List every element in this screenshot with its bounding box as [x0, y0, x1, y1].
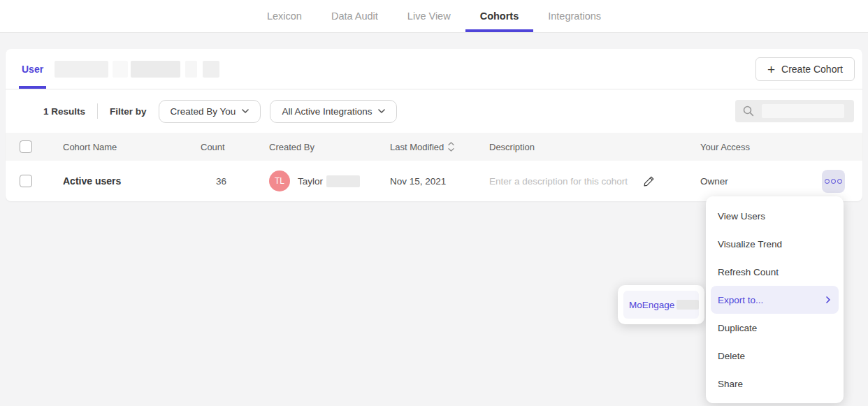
tab-label: Data Audit: [331, 10, 378, 22]
menu-item-label: Visualize Trend: [718, 239, 782, 249]
tab-label: Live View: [407, 10, 451, 22]
avatar: TL: [269, 171, 290, 191]
tab-data-audit[interactable]: Data Audit: [317, 0, 393, 32]
menu-item-view-users[interactable]: View Users: [706, 202, 844, 230]
submenu-item-label: MoEngage: [629, 300, 674, 310]
tab-label: User: [22, 64, 43, 75]
export-submenu: MoEngage: [618, 285, 704, 324]
last-modified-date: Nov 15, 2021: [390, 176, 489, 187]
create-cohort-label: Create Cohort: [781, 64, 843, 75]
plus-icon: +: [767, 63, 775, 76]
description-cell[interactable]: Enter a description for this cohort: [489, 175, 700, 187]
ellipsis-icon: [825, 179, 830, 184]
menu-item-label: View Users: [718, 211, 765, 222]
row-context-menu: View Users Visualize Trend Refresh Count…: [706, 196, 844, 403]
top-nav: Lexicon Data Audit Live View Cohorts Int…: [0, 0, 868, 33]
chevron-right-icon: [826, 296, 830, 303]
cohorts-page: Lexicon Data Audit Live View Cohorts Int…: [0, 0, 868, 406]
tab-integrations[interactable]: Integrations: [533, 0, 616, 32]
menu-item-export-to[interactable]: Export to...: [711, 286, 839, 314]
created-by-cell: TL Taylor: [234, 171, 390, 191]
row-checkbox[interactable]: [20, 175, 32, 187]
created-by-dropdown[interactable]: Created By You: [159, 100, 261, 123]
menu-item-label: Delete: [718, 351, 745, 361]
menu-item-visualize-trend[interactable]: Visualize Trend: [706, 230, 844, 258]
tab-live-view[interactable]: Live View: [393, 0, 465, 32]
cohort-name[interactable]: Active users: [63, 175, 201, 187]
menu-item-delete[interactable]: Delete: [706, 342, 844, 370]
active-tab-underline: [19, 86, 46, 89]
tab-label: Integrations: [548, 10, 601, 22]
menu-item-label: Refresh Count: [718, 267, 779, 277]
menu-item-label: Duplicate: [718, 323, 757, 333]
menu-item-share[interactable]: Share: [706, 370, 844, 398]
tab-cohorts[interactable]: Cohorts: [465, 0, 534, 32]
redacted-block: [326, 175, 360, 187]
search-icon: [742, 105, 755, 117]
created-by-name: Taylor: [298, 176, 323, 187]
search-input[interactable]: [735, 100, 854, 122]
redacted-block: [185, 61, 197, 78]
menu-item-label: Share: [718, 379, 743, 389]
tab-user-cohorts[interactable]: User: [19, 49, 46, 89]
redacted-block: [762, 104, 844, 118]
pencil-icon[interactable]: [643, 175, 655, 187]
dropdown-value: All Active Integrations: [282, 106, 372, 117]
redacted-block: [113, 61, 128, 78]
filter-bar: 1 Results Filter by Created By You All A…: [6, 89, 862, 133]
redacted-block: [55, 61, 108, 78]
active-tab-underline: [465, 29, 534, 32]
header-cohort-name: Cohort Name: [63, 142, 201, 152]
ellipsis-icon: [831, 179, 836, 184]
tab-lexicon[interactable]: Lexicon: [252, 0, 317, 32]
tab-label: Lexicon: [267, 10, 302, 22]
table-header: Cohort Name Count Created By Last Modifi…: [6, 133, 862, 161]
tab-label: Cohorts: [480, 10, 519, 22]
access-level: Owner: [700, 176, 822, 187]
menu-item-duplicate[interactable]: Duplicate: [706, 314, 844, 342]
dropdown-value: Created By You: [171, 106, 236, 117]
redacted-block: [203, 61, 219, 78]
description-placeholder: Enter a description for this cohort: [489, 176, 628, 187]
redacted-block: [677, 300, 699, 310]
view-tabs-row: User + Create Cohort: [6, 49, 862, 89]
header-label: Last Modified: [390, 142, 444, 152]
header-last-modified[interactable]: Last Modified: [390, 142, 489, 152]
divider: [97, 103, 98, 119]
table-row: Active users 36 TL Taylor Nov 15, 2021 E…: [6, 161, 862, 201]
header-created-by: Created By: [234, 142, 390, 152]
ellipsis-icon: [837, 179, 842, 184]
sort-icon: [448, 142, 454, 152]
header-your-access: Your Access: [700, 142, 822, 152]
create-cohort-button[interactable]: + Create Cohort: [755, 57, 855, 81]
row-actions-button[interactable]: [822, 170, 845, 193]
chevron-down-icon: [242, 109, 249, 113]
select-all-checkbox[interactable]: [20, 140, 32, 153]
submenu-item-moengage[interactable]: MoEngage: [623, 291, 699, 319]
header-description: Description: [489, 142, 700, 152]
menu-item-refresh-count[interactable]: Refresh Count: [706, 258, 844, 286]
results-count: 1 Results: [43, 106, 85, 117]
cohort-count: 36: [201, 176, 234, 187]
header-count: Count: [201, 142, 234, 152]
cohorts-panel: User + Create Cohort 1 Results Filter by…: [6, 49, 862, 201]
redacted-block: [131, 61, 180, 78]
integrations-dropdown[interactable]: All Active Integrations: [270, 100, 397, 123]
filter-by-label: Filter by: [110, 106, 147, 117]
menu-item-label: Export to...: [718, 295, 763, 305]
chevron-down-icon: [378, 109, 385, 113]
